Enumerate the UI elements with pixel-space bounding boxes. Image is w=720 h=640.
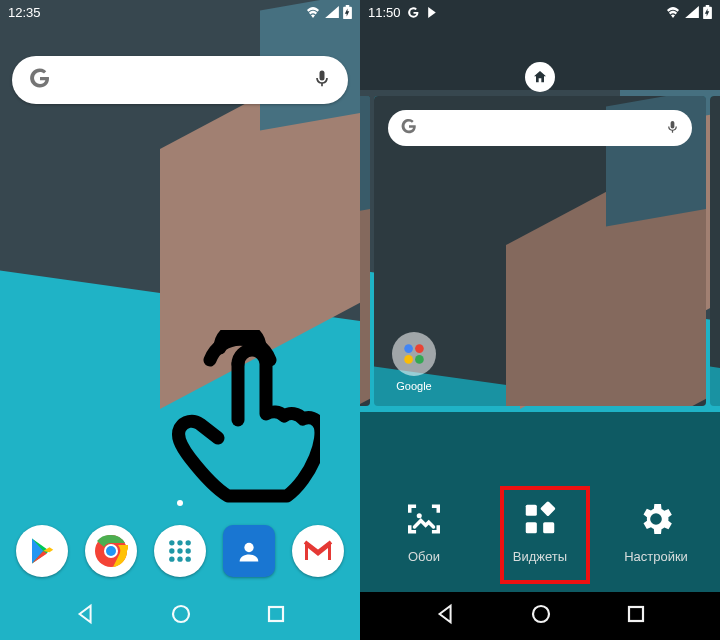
home-options-panel: Обои Виджеты Настройки (360, 412, 720, 592)
svg-point-20 (417, 513, 422, 518)
status-bar: 12:35 (0, 0, 360, 24)
home-page-preview-right[interactable] (710, 96, 720, 406)
nav-home-icon[interactable] (171, 604, 191, 628)
nav-back-icon[interactable] (75, 603, 97, 629)
google-g-icon (400, 117, 418, 139)
svg-point-14 (173, 606, 189, 622)
wifi-icon (305, 6, 321, 18)
nav-back-icon[interactable] (435, 603, 457, 629)
nav-home-icon[interactable] (531, 604, 551, 628)
svg-point-17 (415, 344, 424, 353)
play-notification-icon (426, 6, 439, 19)
mic-icon[interactable] (312, 68, 332, 92)
google-g-icon (28, 66, 52, 94)
svg-point-25 (533, 606, 549, 622)
svg-rect-22 (526, 522, 537, 533)
dock (0, 512, 360, 590)
signal-icon (325, 6, 339, 18)
svg-point-10 (177, 556, 182, 561)
svg-point-9 (169, 556, 174, 561)
app-contacts[interactable] (223, 525, 275, 577)
svg-point-5 (185, 540, 190, 545)
navigation-bar (0, 592, 360, 640)
svg-point-4 (177, 540, 182, 545)
app-gmail[interactable] (292, 525, 344, 577)
home-screen-pane: 12:35 (0, 0, 360, 640)
widgets-icon (520, 499, 560, 539)
svg-point-2 (106, 546, 116, 556)
option-label: Обои (408, 549, 440, 564)
svg-point-18 (404, 355, 413, 364)
svg-rect-26 (629, 607, 643, 621)
long-press-gesture-icon (150, 330, 320, 524)
svg-rect-23 (543, 522, 554, 533)
app-chrome[interactable] (85, 525, 137, 577)
svg-point-6 (169, 548, 174, 553)
page-indicator (177, 500, 183, 506)
battery-icon (703, 5, 712, 19)
svg-point-7 (177, 548, 182, 553)
svg-point-12 (244, 543, 253, 552)
home-edit-pane: 11:50 (360, 0, 720, 640)
option-label: Виджеты (513, 549, 567, 564)
mic-icon (665, 119, 680, 138)
svg-point-3 (169, 540, 174, 545)
svg-point-16 (404, 344, 413, 353)
battery-icon (343, 5, 352, 19)
svg-point-11 (185, 556, 190, 561)
status-time: 11:50 (368, 5, 401, 20)
google-search-bar[interactable] (12, 56, 348, 104)
navigation-bar (360, 592, 720, 640)
status-bar: 11:50 (360, 0, 720, 24)
signal-icon (685, 6, 699, 18)
svg-point-19 (415, 355, 424, 364)
wifi-icon (665, 6, 681, 18)
svg-rect-15 (269, 607, 283, 621)
app-play-store[interactable] (16, 525, 68, 577)
svg-rect-24 (540, 501, 556, 517)
app-drawer-button[interactable] (154, 525, 206, 577)
preview-folder-label: Google (396, 380, 431, 392)
wallpaper-icon (404, 499, 444, 539)
svg-point-8 (185, 548, 190, 553)
home-page-preview-left[interactable] (360, 96, 370, 406)
nav-recent-icon[interactable] (266, 604, 286, 628)
preview-folder-google[interactable]: Google (392, 332, 436, 392)
svg-rect-21 (526, 505, 537, 516)
preview-search-bar (388, 110, 692, 146)
status-time: 12:35 (8, 5, 41, 20)
default-home-indicator[interactable] (525, 62, 555, 92)
option-label: Настройки (624, 549, 688, 564)
home-page-preview-center[interactable]: Google (374, 96, 706, 406)
home-pages-preview: Google (360, 88, 720, 412)
option-widgets[interactable]: Виджеты (499, 499, 581, 564)
google-notification-icon (407, 6, 420, 19)
option-settings[interactable]: Настройки (615, 499, 697, 564)
nav-recent-icon[interactable] (626, 604, 646, 628)
settings-icon (636, 499, 676, 539)
option-wallpapers[interactable]: Обои (383, 499, 465, 564)
